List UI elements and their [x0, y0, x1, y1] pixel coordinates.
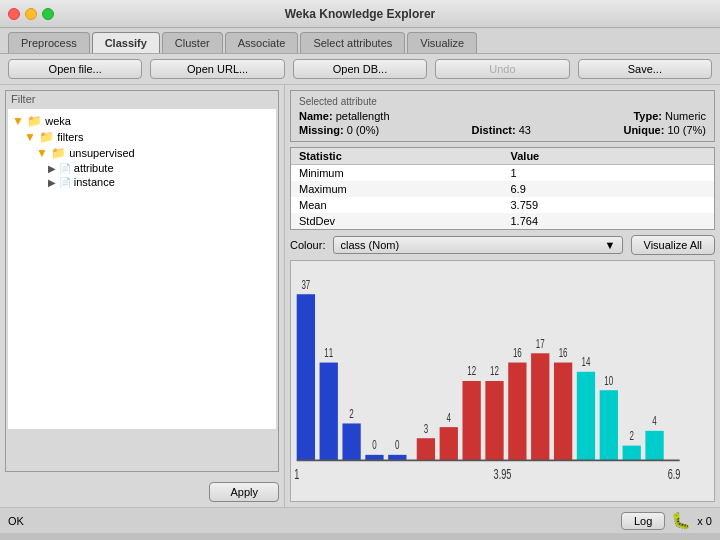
- visualize-all-button[interactable]: Visualize All: [631, 235, 716, 255]
- colour-row: Colour: class (Nom) ▼ Visualize All: [290, 235, 715, 255]
- stats-table: Statistic Value Minimum 1 Maximum 6.9 Me…: [290, 147, 715, 230]
- svg-text:6.9: 6.9: [668, 466, 681, 483]
- folder-icon: ▼ 📁: [12, 114, 42, 128]
- svg-rect-18: [508, 363, 526, 461]
- histogram-svg: 37 11 2 0 0 3 4 12 12 16: [291, 261, 714, 501]
- attr-info-row-2: Missing: 0 (0%) Distinct: 43 Unique: 10 …: [299, 124, 706, 136]
- stat-max-value: 6.9: [503, 181, 715, 197]
- stat-stddev-value: 1.764: [503, 213, 715, 229]
- svg-text:3: 3: [424, 421, 428, 435]
- svg-text:2: 2: [349, 406, 353, 420]
- svg-rect-12: [440, 427, 458, 460]
- svg-rect-2: [320, 363, 338, 461]
- svg-text:4: 4: [447, 410, 451, 424]
- svg-rect-20: [531, 353, 549, 460]
- tree-filters[interactable]: ▼ 📁 filters: [24, 129, 272, 145]
- svg-text:3.95: 3.95: [494, 466, 512, 483]
- name-value: petallength: [336, 110, 390, 122]
- toolbar: Open file... Open URL... Open DB... Undo…: [0, 54, 720, 85]
- svg-rect-28: [623, 446, 641, 461]
- log-button[interactable]: Log: [621, 512, 665, 530]
- histogram-area: 37 11 2 0 0 3 4 12 12 16: [290, 260, 715, 502]
- tree-root-label: weka: [45, 115, 71, 127]
- open-db-button[interactable]: Open DB...: [293, 59, 427, 79]
- col-value: Value: [503, 148, 715, 164]
- svg-text:0: 0: [372, 437, 376, 451]
- type-label: Type: Numeric: [633, 110, 706, 122]
- svg-text:12: 12: [467, 363, 476, 377]
- stat-max-label: Maximum: [291, 181, 503, 197]
- tree-instance[interactable]: ▶ 📄 instance: [48, 175, 272, 189]
- colour-select[interactable]: class (Nom) ▼: [333, 236, 622, 254]
- tree-filters-label: filters: [57, 131, 83, 143]
- svg-text:17: 17: [536, 336, 545, 350]
- tree-area[interactable]: ▼ 📁 weka ▼ 📁 filters ▼ 📁 unsupervised ▶ …: [8, 109, 276, 429]
- tree-unsupervised-label: unsupervised: [69, 147, 134, 159]
- maximize-button[interactable]: [42, 8, 54, 20]
- svg-rect-22: [554, 363, 572, 461]
- stats-row-mean: Mean 3.759: [291, 197, 714, 213]
- undo-button[interactable]: Undo: [435, 59, 569, 79]
- stat-min-value: 1: [503, 165, 715, 181]
- stats-header: Statistic Value: [291, 148, 714, 165]
- stat-mean-label: Mean: [291, 197, 503, 213]
- selected-attribute-title: Selected attribute: [299, 96, 706, 107]
- tree-unsupervised[interactable]: ▼ 📁 unsupervised: [36, 145, 272, 161]
- apply-button[interactable]: Apply: [209, 482, 279, 502]
- svg-rect-24: [577, 372, 595, 461]
- tree-attribute-label: attribute: [74, 162, 114, 174]
- tree-instance-label: instance: [74, 176, 115, 188]
- tab-select-attributes[interactable]: Select attributes: [300, 32, 405, 53]
- svg-text:0: 0: [395, 437, 399, 451]
- open-file-button[interactable]: Open file...: [8, 59, 142, 79]
- tab-classify[interactable]: Classify: [92, 32, 160, 53]
- close-button[interactable]: [8, 8, 20, 20]
- svg-text:12: 12: [490, 363, 499, 377]
- name-label: Name: petallength: [299, 110, 390, 122]
- status-right: Log 🐛 x 0: [621, 511, 712, 530]
- stat-stddev-label: StdDev: [291, 213, 503, 229]
- stat-min-label: Minimum: [291, 165, 503, 181]
- tab-visualize[interactable]: Visualize: [407, 32, 477, 53]
- tab-cluster[interactable]: Cluster: [162, 32, 223, 53]
- unique-info: Unique: 10 (7%): [623, 124, 706, 136]
- arrow-icon-2: ▶ 📄: [48, 177, 71, 188]
- svg-rect-4: [342, 423, 360, 460]
- stats-row-stddev: StdDev 1.764: [291, 213, 714, 229]
- col-statistic: Statistic: [291, 148, 503, 164]
- svg-text:14: 14: [582, 354, 591, 368]
- arrow-icon: ▶ 📄: [48, 163, 71, 174]
- svg-rect-26: [600, 390, 618, 460]
- tab-preprocess[interactable]: Preprocess: [8, 32, 90, 53]
- open-url-button[interactable]: Open URL...: [150, 59, 284, 79]
- svg-rect-30: [645, 431, 663, 461]
- tab-bar: Preprocess Classify Cluster Associate Se…: [0, 28, 720, 54]
- tree-attribute[interactable]: ▶ 📄 attribute: [48, 161, 272, 175]
- colour-value: class (Nom): [340, 239, 399, 251]
- selected-attribute-box: Selected attribute Name: petallength Typ…: [290, 90, 715, 142]
- multiplier-label: x 0: [697, 515, 712, 527]
- expand-icon-2: ▼ 📁: [36, 146, 66, 160]
- svg-text:2: 2: [629, 428, 633, 442]
- tree-root[interactable]: ▼ 📁 weka: [12, 113, 272, 129]
- apply-row: Apply: [0, 477, 284, 507]
- svg-text:1: 1: [294, 466, 299, 483]
- stats-row-max: Maximum 6.9: [291, 181, 714, 197]
- attr-info-row-1: Name: petallength Type: Numeric: [299, 110, 706, 122]
- status-bar: OK Log 🐛 x 0: [0, 507, 720, 533]
- title-bar: Weka Knowledge Explorer: [0, 0, 720, 28]
- svg-rect-10: [417, 438, 435, 460]
- filter-group: Filter ▼ 📁 weka ▼ 📁 filters ▼ 📁 unsuperv…: [5, 90, 279, 472]
- stats-row-min: Minimum 1: [291, 165, 714, 181]
- stat-mean-value: 3.759: [503, 197, 715, 213]
- svg-text:16: 16: [513, 345, 522, 359]
- svg-rect-0: [297, 294, 315, 460]
- type-value: Numeric: [665, 110, 706, 122]
- left-panel: Filter ▼ 📁 weka ▼ 📁 filters ▼ 📁 unsuperv…: [0, 85, 285, 507]
- minimize-button[interactable]: [25, 8, 37, 20]
- tab-associate[interactable]: Associate: [225, 32, 299, 53]
- missing-info: Missing: 0 (0%): [299, 124, 379, 136]
- save-button[interactable]: Save...: [578, 59, 712, 79]
- filter-label: Filter: [6, 91, 278, 107]
- svg-text:4: 4: [652, 413, 656, 427]
